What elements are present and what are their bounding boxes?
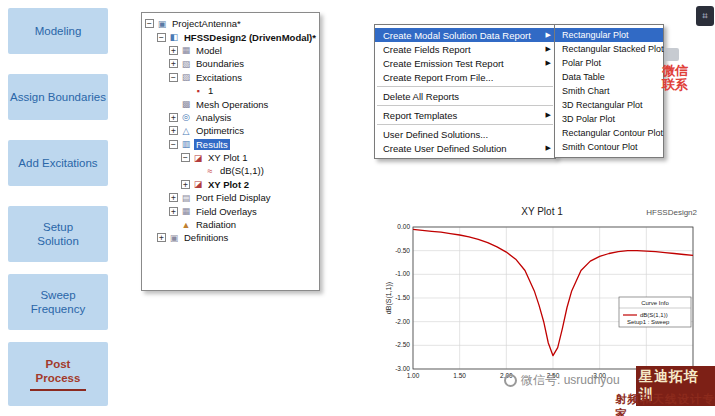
tree-item-field-overlays[interactable]: +▦Field Overlays [142,204,319,217]
submenu-arrow-icon: ▶ [546,45,551,53]
menu-item-label: 3D Polar Plot [562,114,615,124]
submenu-item-rectangular-contour-plot[interactable]: Rectangular Contour Plot [555,126,663,140]
tree-item-label: Mesh Operations [194,99,270,110]
tree-item-xy-plot-2[interactable]: +◪XY Plot 2 [142,178,319,191]
tree-item-label: XY Plot 2 [206,179,251,190]
tree-item-results[interactable]: −▥Results [142,138,319,151]
workflow-step-label: Process [36,371,81,385]
tree-collapse-toggle[interactable]: − [169,73,178,82]
menu-item-label: Data Table [562,72,605,82]
submenu-arrow-icon: ▶ [546,111,551,119]
tree-collapse-toggle[interactable]: − [145,19,154,28]
tree-expand-toggle[interactable]: + [169,46,178,55]
tree-expand-toggle[interactable]: + [181,180,190,189]
tree-item-analysis[interactable]: +◎Analysis [142,111,319,124]
tree-collapse-toggle[interactable]: − [181,153,190,162]
svg-text:-3.00: -3.00 [395,365,410,372]
excitations-icon: ▨ [181,72,191,82]
svg-text:Curve Info: Curve Info [641,300,669,306]
tree-item-model[interactable]: +▦Model [142,44,319,57]
submenu-item-smith-contour-plot[interactable]: Smith Contour Plot [555,140,663,154]
workflow-step-label: Modeling [35,24,82,38]
post-process-underline [30,389,86,391]
tree-item-xy-plot-1[interactable]: −◪XY Plot 1 [142,151,319,164]
submenu-arrow-icon: ▶ [546,59,551,67]
tree-collapse-toggle[interactable]: − [157,33,166,42]
report-type-submenu: Rectangular PlotRectangular Stacked Plot… [554,24,664,158]
svg-text:-1.50: -1.50 [395,294,410,301]
port-field-icon: ▤ [181,193,191,203]
svg-text:1.00: 1.00 [407,372,420,379]
tree-item-definitions[interactable]: +▣Definitions [142,231,319,244]
menu-item-user-defined-solutions[interactable]: User Defined Solutions... [375,127,555,141]
workflow-step-setup-solution: SetupSolution [8,206,108,262]
tree-item-radiation[interactable]: ▲Radiation [142,218,319,231]
tree-item-label: Excitations [194,72,244,83]
tree-expand-toggle[interactable]: + [169,59,178,68]
submenu-item-polar-plot[interactable]: Polar Plot [555,56,663,70]
results-icon: ▥ [181,139,191,149]
tree-item-hfssdesign2-drivenmodal[interactable]: −◧HFSSDesign2 (DrivenModal)* [142,30,319,43]
workflow-step-label: Assign Boundaries [10,90,106,104]
submenu-item-3d-polar-plot[interactable]: 3D Polar Plot [555,112,663,126]
tree-item-label: dB(S(1,1)) [218,165,266,176]
menu-item-create-modal-solution-data-report[interactable]: Create Modal Solution Data Report▶ [375,28,555,42]
submenu-item-rectangular-stacked-plot[interactable]: Rectangular Stacked Plot [555,42,663,56]
menu-item-report-templates[interactable]: Report Templates▶ [375,108,555,122]
workflow-sidebar: ModelingAssign BoundariesAdd Excitations… [8,8,108,410]
menu-item-label: Create Modal Solution Data Report [383,30,531,41]
tree-expand-toggle[interactable]: + [157,233,166,242]
menu-item-label: Create Emission Test Report [383,58,504,69]
menu-item-label: Report Templates [383,110,457,121]
tree-expand-toggle[interactable]: + [169,126,178,135]
tree-item-optimetrics[interactable]: +△Optimetrics [142,124,319,137]
workflow-step-label: Frequency [31,302,85,316]
submenu-item-data-table[interactable]: Data Table [555,70,663,84]
menu-item-create-report-from-file[interactable]: Create Report From File... [375,70,555,84]
watermark-tagline: 射频和天线设计专家 [615,392,715,416]
tree-item-mesh-operations[interactable]: ▩Mesh Operations [142,97,319,110]
tree-collapse-toggle[interactable]: − [169,140,178,149]
wechat-id-text: 微信号: usrudhyou [521,372,620,389]
tree-item-excitations[interactable]: −▨Excitations [142,71,319,84]
menu-item-label: Smith Chart [562,86,610,96]
tree-expand-toggle[interactable]: + [169,113,178,122]
chart-legend: Curve InfodB(S(1,1))Setup1 : Sweep [619,297,691,327]
workflow-step-label: Solution [37,234,79,248]
model-icon: ▦ [181,45,191,55]
tree-expand-toggle[interactable]: + [169,193,178,202]
tree-item-1[interactable]: ▪1 [142,84,319,97]
svg-text:-2.50: -2.50 [395,341,410,348]
menu-item-create-fields-report[interactable]: Create Fields Report▶ [375,42,555,56]
svg-text:dB(S(1,1)): dB(S(1,1)) [640,312,668,318]
project-tree: −▣ProjectAntenna*−◧HFSSDesign2 (DrivenMo… [142,17,319,245]
workflow-step-label: Add Excitations [18,156,97,170]
menu-item-create-user-defined-solution[interactable]: Create User Defined Solution▶ [375,141,555,155]
tree-item-projectantenna[interactable]: −▣ProjectAntenna* [142,17,319,30]
submenu-item-rectangular-plot[interactable]: Rectangular Plot [555,28,663,42]
tree-item-port-field-display[interactable]: +▤Port Field Display [142,191,319,204]
workflow-step-label: Post [46,357,71,371]
submenu-item-smith-chart[interactable]: Smith Chart [555,84,663,98]
wechat-logo-icon [664,48,679,61]
project-tree-panel: −▣ProjectAntenna*−◧HFSSDesign2 (DrivenMo… [141,12,320,291]
project-icon: ▣ [157,19,167,29]
submenu-item-3d-rectangular-plot[interactable]: 3D Rectangular Plot [555,98,663,112]
menu-separator [377,86,553,87]
svg-text:-1.00: -1.00 [395,270,410,277]
menu-item-delete-all-reports[interactable]: Delete All Reports [375,89,555,103]
xy-plot-icon: ◪ [193,179,203,189]
tree-item-db-s-1-1[interactable]: ≈dB(S(1,1)) [142,164,319,177]
boundaries-icon: ▧ [181,59,191,69]
svg-text:-0.50: -0.50 [395,247,410,254]
chart-design-label: HFSSDesign2 [646,208,697,217]
svg-text:1.50: 1.50 [453,372,466,379]
workflow-step-label: Setup [43,220,73,234]
mesh-icon: ▩ [181,99,191,109]
menu-item-create-emission-test-report[interactable]: Create Emission Test Report▶ [375,56,555,70]
tree-item-boundaries[interactable]: +▧Boundaries [142,57,319,70]
port-icon: ▪ [193,86,203,96]
menu-item-label: User Defined Solutions... [383,129,488,140]
tree-expand-toggle[interactable]: + [169,207,178,216]
analysis-icon: ◎ [181,112,191,122]
